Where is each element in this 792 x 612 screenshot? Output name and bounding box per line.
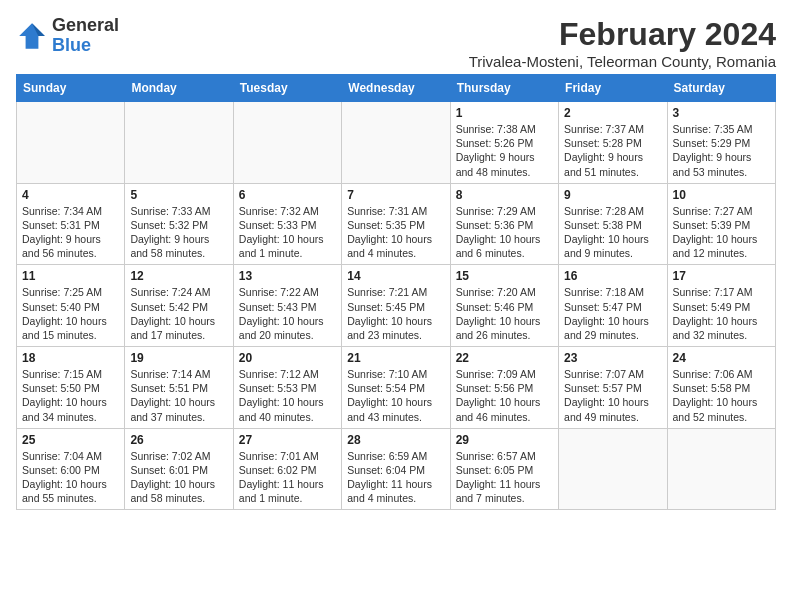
calendar-header-row: SundayMondayTuesdayWednesdayThursdayFrid… xyxy=(17,75,776,102)
calendar-cell: 29Sunrise: 6:57 AM Sunset: 6:05 PM Dayli… xyxy=(450,428,558,510)
day-info: Sunrise: 7:18 AM Sunset: 5:47 PM Dayligh… xyxy=(564,285,661,342)
calendar-cell xyxy=(125,102,233,184)
calendar-week-row: 18Sunrise: 7:15 AM Sunset: 5:50 PM Dayli… xyxy=(17,347,776,429)
logo-blue: Blue xyxy=(52,35,91,55)
logo-text: General Blue xyxy=(52,16,119,56)
calendar-week-row: 4Sunrise: 7:34 AM Sunset: 5:31 PM Daylig… xyxy=(17,183,776,265)
day-info: Sunrise: 7:22 AM Sunset: 5:43 PM Dayligh… xyxy=(239,285,336,342)
col-header-tuesday: Tuesday xyxy=(233,75,341,102)
calendar-cell: 20Sunrise: 7:12 AM Sunset: 5:53 PM Dayli… xyxy=(233,347,341,429)
day-number: 2 xyxy=(564,106,661,120)
calendar-cell: 23Sunrise: 7:07 AM Sunset: 5:57 PM Dayli… xyxy=(559,347,667,429)
day-number: 24 xyxy=(673,351,770,365)
day-number: 16 xyxy=(564,269,661,283)
calendar-cell: 14Sunrise: 7:21 AM Sunset: 5:45 PM Dayli… xyxy=(342,265,450,347)
day-number: 20 xyxy=(239,351,336,365)
calendar: SundayMondayTuesdayWednesdayThursdayFrid… xyxy=(16,74,776,510)
day-info: Sunrise: 7:09 AM Sunset: 5:56 PM Dayligh… xyxy=(456,367,553,424)
day-info: Sunrise: 7:31 AM Sunset: 5:35 PM Dayligh… xyxy=(347,204,444,261)
col-header-wednesday: Wednesday xyxy=(342,75,450,102)
calendar-cell: 11Sunrise: 7:25 AM Sunset: 5:40 PM Dayli… xyxy=(17,265,125,347)
day-info: Sunrise: 7:10 AM Sunset: 5:54 PM Dayligh… xyxy=(347,367,444,424)
day-info: Sunrise: 7:20 AM Sunset: 5:46 PM Dayligh… xyxy=(456,285,553,342)
calendar-cell: 27Sunrise: 7:01 AM Sunset: 6:02 PM Dayli… xyxy=(233,428,341,510)
day-info: Sunrise: 7:38 AM Sunset: 5:26 PM Dayligh… xyxy=(456,122,553,179)
calendar-cell xyxy=(667,428,775,510)
calendar-cell: 22Sunrise: 7:09 AM Sunset: 5:56 PM Dayli… xyxy=(450,347,558,429)
day-number: 13 xyxy=(239,269,336,283)
calendar-cell xyxy=(559,428,667,510)
day-number: 25 xyxy=(22,433,119,447)
calendar-cell: 18Sunrise: 7:15 AM Sunset: 5:50 PM Dayli… xyxy=(17,347,125,429)
calendar-cell: 19Sunrise: 7:14 AM Sunset: 5:51 PM Dayli… xyxy=(125,347,233,429)
calendar-cell xyxy=(17,102,125,184)
day-number: 21 xyxy=(347,351,444,365)
calendar-cell: 6Sunrise: 7:32 AM Sunset: 5:33 PM Daylig… xyxy=(233,183,341,265)
calendar-cell: 12Sunrise: 7:24 AM Sunset: 5:42 PM Dayli… xyxy=(125,265,233,347)
day-info: Sunrise: 7:21 AM Sunset: 5:45 PM Dayligh… xyxy=(347,285,444,342)
calendar-week-row: 11Sunrise: 7:25 AM Sunset: 5:40 PM Dayli… xyxy=(17,265,776,347)
calendar-cell: 10Sunrise: 7:27 AM Sunset: 5:39 PM Dayli… xyxy=(667,183,775,265)
subtitle: Trivalea-Mosteni, Teleorman County, Roma… xyxy=(469,53,776,70)
day-info: Sunrise: 7:17 AM Sunset: 5:49 PM Dayligh… xyxy=(673,285,770,342)
col-header-sunday: Sunday xyxy=(17,75,125,102)
logo: General Blue xyxy=(16,16,119,56)
day-number: 6 xyxy=(239,188,336,202)
calendar-week-row: 1Sunrise: 7:38 AM Sunset: 5:26 PM Daylig… xyxy=(17,102,776,184)
calendar-cell: 13Sunrise: 7:22 AM Sunset: 5:43 PM Dayli… xyxy=(233,265,341,347)
day-number: 27 xyxy=(239,433,336,447)
day-info: Sunrise: 7:35 AM Sunset: 5:29 PM Dayligh… xyxy=(673,122,770,179)
day-info: Sunrise: 6:59 AM Sunset: 6:04 PM Dayligh… xyxy=(347,449,444,506)
day-number: 7 xyxy=(347,188,444,202)
day-info: Sunrise: 7:02 AM Sunset: 6:01 PM Dayligh… xyxy=(130,449,227,506)
calendar-cell: 15Sunrise: 7:20 AM Sunset: 5:46 PM Dayli… xyxy=(450,265,558,347)
col-header-thursday: Thursday xyxy=(450,75,558,102)
calendar-cell: 2Sunrise: 7:37 AM Sunset: 5:28 PM Daylig… xyxy=(559,102,667,184)
logo-general: General xyxy=(52,15,119,35)
day-number: 11 xyxy=(22,269,119,283)
day-info: Sunrise: 7:33 AM Sunset: 5:32 PM Dayligh… xyxy=(130,204,227,261)
calendar-cell: 5Sunrise: 7:33 AM Sunset: 5:32 PM Daylig… xyxy=(125,183,233,265)
day-number: 12 xyxy=(130,269,227,283)
calendar-cell xyxy=(233,102,341,184)
day-info: Sunrise: 7:29 AM Sunset: 5:36 PM Dayligh… xyxy=(456,204,553,261)
day-number: 5 xyxy=(130,188,227,202)
title-block: February 2024 Trivalea-Mosteni, Teleorma… xyxy=(469,16,776,70)
day-number: 14 xyxy=(347,269,444,283)
day-number: 8 xyxy=(456,188,553,202)
logo-icon xyxy=(16,20,48,52)
day-info: Sunrise: 7:15 AM Sunset: 5:50 PM Dayligh… xyxy=(22,367,119,424)
calendar-week-row: 25Sunrise: 7:04 AM Sunset: 6:00 PM Dayli… xyxy=(17,428,776,510)
day-info: Sunrise: 7:37 AM Sunset: 5:28 PM Dayligh… xyxy=(564,122,661,179)
day-number: 3 xyxy=(673,106,770,120)
day-info: Sunrise: 7:25 AM Sunset: 5:40 PM Dayligh… xyxy=(22,285,119,342)
col-header-monday: Monday xyxy=(125,75,233,102)
calendar-cell: 28Sunrise: 6:59 AM Sunset: 6:04 PM Dayli… xyxy=(342,428,450,510)
day-number: 19 xyxy=(130,351,227,365)
day-number: 26 xyxy=(130,433,227,447)
calendar-cell: 16Sunrise: 7:18 AM Sunset: 5:47 PM Dayli… xyxy=(559,265,667,347)
day-number: 1 xyxy=(456,106,553,120)
col-header-saturday: Saturday xyxy=(667,75,775,102)
day-info: Sunrise: 7:28 AM Sunset: 5:38 PM Dayligh… xyxy=(564,204,661,261)
day-info: Sunrise: 7:07 AM Sunset: 5:57 PM Dayligh… xyxy=(564,367,661,424)
day-number: 4 xyxy=(22,188,119,202)
day-info: Sunrise: 7:14 AM Sunset: 5:51 PM Dayligh… xyxy=(130,367,227,424)
day-number: 10 xyxy=(673,188,770,202)
calendar-cell: 3Sunrise: 7:35 AM Sunset: 5:29 PM Daylig… xyxy=(667,102,775,184)
calendar-cell: 9Sunrise: 7:28 AM Sunset: 5:38 PM Daylig… xyxy=(559,183,667,265)
day-info: Sunrise: 6:57 AM Sunset: 6:05 PM Dayligh… xyxy=(456,449,553,506)
calendar-cell: 8Sunrise: 7:29 AM Sunset: 5:36 PM Daylig… xyxy=(450,183,558,265)
day-info: Sunrise: 7:24 AM Sunset: 5:42 PM Dayligh… xyxy=(130,285,227,342)
header: General Blue February 2024 Trivalea-Most… xyxy=(16,16,776,70)
day-info: Sunrise: 7:01 AM Sunset: 6:02 PM Dayligh… xyxy=(239,449,336,506)
calendar-cell: 4Sunrise: 7:34 AM Sunset: 5:31 PM Daylig… xyxy=(17,183,125,265)
day-number: 23 xyxy=(564,351,661,365)
calendar-cell xyxy=(342,102,450,184)
day-info: Sunrise: 7:27 AM Sunset: 5:39 PM Dayligh… xyxy=(673,204,770,261)
calendar-cell: 7Sunrise: 7:31 AM Sunset: 5:35 PM Daylig… xyxy=(342,183,450,265)
day-number: 28 xyxy=(347,433,444,447)
calendar-cell: 1Sunrise: 7:38 AM Sunset: 5:26 PM Daylig… xyxy=(450,102,558,184)
col-header-friday: Friday xyxy=(559,75,667,102)
day-number: 17 xyxy=(673,269,770,283)
